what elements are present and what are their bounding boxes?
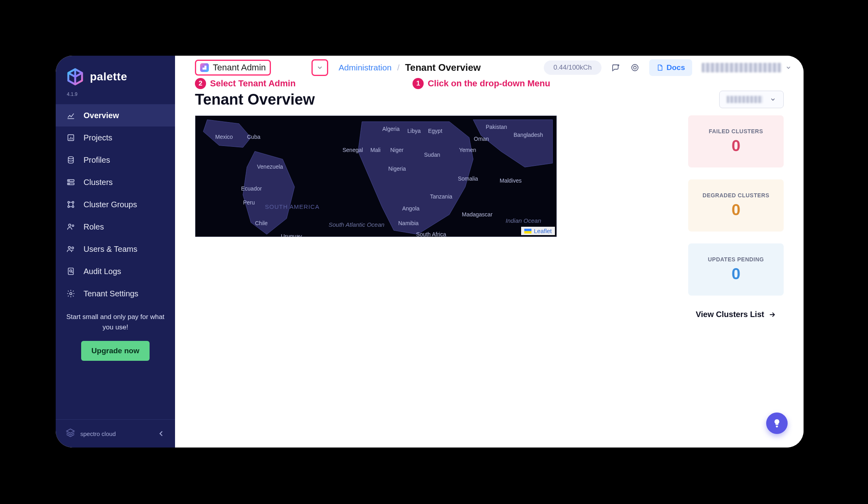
svg-point-8 — [68, 206, 69, 207]
tenant-name: Tenant Admin — [213, 62, 266, 73]
tenant-selector[interactable]: Tenant Admin — [195, 60, 271, 76]
chevron-down-icon — [785, 64, 792, 71]
sidebar-item-label: Audit Logs — [84, 267, 121, 276]
clusters-icon — [66, 177, 76, 187]
sidebar-item-label: Profiles — [84, 156, 110, 165]
svg-point-6 — [68, 201, 69, 203]
sidebar-item-label: Roles — [84, 222, 104, 232]
svg-point-1 — [68, 157, 74, 159]
docs-button[interactable]: Docs — [649, 59, 692, 76]
view-clusters-list-link[interactable]: View Clusters List — [688, 307, 784, 319]
svg-point-4 — [69, 180, 69, 181]
sidebar-item-cluster-groups[interactable]: Cluster Groups — [56, 193, 175, 216]
company-logo-icon — [65, 428, 76, 440]
brand: palette — [56, 56, 175, 91]
profiles-icon — [66, 155, 76, 165]
audit-logs-icon — [66, 267, 76, 276]
view-clusters-label: View Clusters List — [696, 310, 764, 319]
main-content: Tenant Admin Administration / Tenant Ove… — [175, 56, 804, 448]
sidebar-item-roles[interactable]: Roles — [56, 216, 175, 238]
sidebar-item-users-teams[interactable]: Users & Teams — [56, 238, 175, 260]
projects-icon — [66, 133, 76, 142]
annotation-text-2: Select Tenant Admin — [210, 78, 296, 89]
sidebar-item-label: Cluster Groups — [84, 200, 137, 209]
svg-point-17 — [617, 64, 619, 66]
topbar: Tenant Admin Administration / Tenant Ove… — [175, 56, 804, 76]
time-range-select[interactable] — [719, 91, 784, 108]
svg-point-19 — [633, 66, 636, 69]
card-value: 0 — [693, 201, 779, 219]
sidebar-item-label: Clusters — [84, 178, 113, 187]
leaflet-link[interactable]: Leaflet — [534, 228, 552, 234]
brand-name: palette — [90, 70, 127, 83]
usage-pill: 0.44/100kCh — [544, 60, 601, 75]
card-value: 0 — [693, 137, 779, 155]
company-name: spectro cloud — [80, 430, 116, 437]
map-attribution: Leaflet — [521, 227, 555, 235]
ukraine-flag-icon — [524, 229, 531, 234]
cluster-groups-icon — [66, 200, 76, 209]
chevron-down-icon — [770, 96, 776, 103]
tenant-icon — [200, 63, 209, 72]
docs-label: Docs — [667, 63, 685, 72]
users-teams-icon — [66, 244, 76, 254]
sidebar-item-projects[interactable]: Projects — [56, 126, 175, 149]
svg-point-12 — [68, 247, 71, 249]
sidebar-item-tenant-settings[interactable]: Tenant Settings — [56, 282, 175, 305]
card-value: 0 — [693, 265, 779, 283]
annotation-row: 2 Select Tenant Admin 1 Click on the dro… — [175, 76, 804, 89]
sidebar: palette 4.1.9 OverviewProjectsProfilesCl… — [56, 56, 175, 448]
docs-icon — [656, 64, 664, 71]
svg-point-5 — [69, 183, 69, 184]
breadcrumb: Administration / Tenant Overview — [339, 62, 481, 73]
time-range-value-redacted — [727, 96, 763, 103]
help-fab[interactable] — [766, 413, 788, 434]
svg-rect-14 — [68, 268, 74, 275]
world-map-graphic — [195, 116, 557, 237]
annotation-badge-1: 1 — [413, 78, 424, 89]
card-title: UPDATES PENDING — [693, 256, 779, 263]
user-menu[interactable] — [702, 63, 792, 72]
page-title-row: Tenant Overview — [175, 89, 804, 108]
upgrade-button[interactable]: Upgrade now — [81, 341, 150, 361]
annotation-badge-2: 2 — [195, 78, 206, 89]
roles-icon — [66, 222, 76, 232]
sidebar-item-label: Users & Teams — [84, 245, 137, 254]
failed-clusters-card[interactable]: FAILED CLUSTERS 0 — [688, 115, 784, 167]
tenant-dropdown-button[interactable] — [311, 59, 328, 76]
svg-point-10 — [68, 224, 71, 226]
user-name-redacted — [702, 63, 781, 72]
cluster-map[interactable]: MexicoCubaVenezuelaEcuadorPeruSOUTH AMER… — [195, 115, 557, 237]
chevron-down-icon — [316, 64, 323, 71]
collapse-sidebar-button[interactable] — [157, 429, 165, 438]
degraded-clusters-card[interactable]: DEGRADED CLUSTERS 0 — [688, 179, 784, 232]
overview-icon — [66, 111, 76, 120]
breadcrumb-link-administration[interactable]: Administration — [339, 63, 391, 72]
sidebar-item-profiles[interactable]: Profiles — [56, 149, 175, 171]
target-icon[interactable] — [630, 63, 640, 72]
sidebar-nav: OverviewProjectsProfilesClustersCluster … — [56, 104, 175, 305]
card-title: DEGRADED CLUSTERS — [693, 192, 779, 198]
sidebar-item-label: Overview — [84, 111, 119, 120]
breadcrumb-separator: / — [397, 63, 399, 72]
app-window: palette 4.1.9 OverviewProjectsProfilesCl… — [56, 56, 804, 448]
sidebar-item-label: Tenant Settings — [84, 289, 138, 298]
svg-point-7 — [72, 201, 74, 203]
updates-pending-card[interactable]: UPDATES PENDING 0 — [688, 243, 784, 296]
chat-icon[interactable] — [611, 63, 621, 72]
svg-point-11 — [72, 225, 74, 226]
sidebar-item-clusters[interactable]: Clusters — [56, 171, 175, 193]
sidebar-footer: spectro cloud — [56, 419, 175, 448]
arrow-right-icon — [768, 311, 776, 319]
sidebar-item-label: Projects — [84, 133, 112, 142]
sidebar-item-audit-logs[interactable]: Audit Logs — [56, 260, 175, 282]
annotation-text-1: Click on the drop-down Menu — [428, 78, 550, 89]
annotation-step-1: 1 Click on the drop-down Menu — [413, 78, 550, 89]
version-label: 4.1.9 — [56, 91, 175, 104]
tenant-settings-icon — [66, 289, 76, 298]
sidebar-item-overview[interactable]: Overview — [56, 104, 175, 126]
annotation-step-2: 2 Select Tenant Admin — [195, 78, 296, 89]
svg-point-16 — [70, 292, 72, 295]
content-body: MexicoCubaVenezuelaEcuadorPeruSOUTH AMER… — [175, 108, 804, 448]
svg-point-9 — [72, 206, 74, 207]
